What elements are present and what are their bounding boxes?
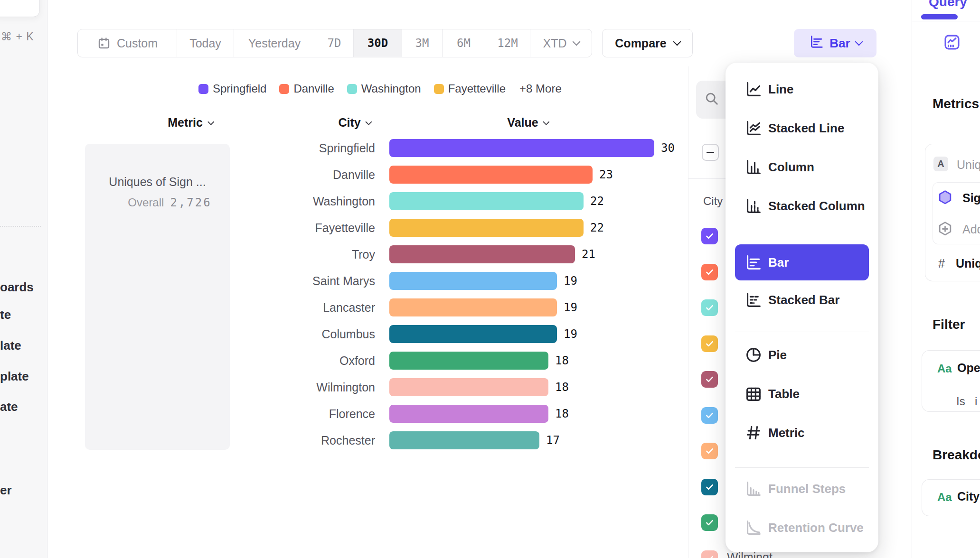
legend-label: Fayetteville [448,82,506,95]
filter-heading: Filter [933,317,965,332]
filter-type-badge: Aa [937,362,952,375]
menu-item-bar[interactable]: Bar [735,244,869,280]
date-range-7d[interactable]: 7D [315,29,354,57]
menu-item-retention-curve: Retention Curve [735,508,869,547]
bar-value-label: 21 [582,248,595,261]
bar [389,325,557,343]
bar [389,139,654,157]
compare-button[interactable]: Compare [602,29,693,57]
menu-item-label: Retention Curve [768,521,864,535]
menu-item-line[interactable]: Line [735,70,869,109]
date-range-yesterday[interactable]: Yesterday [234,29,315,57]
bar-row-lancaster: Lancaster19 [0,294,688,321]
breakdown-heading: Breakdo [933,447,980,463]
chevron-down-icon [543,118,550,125]
menu-item-label: Table [768,387,800,401]
bar-category-label: Rochester [0,434,375,447]
bar [389,431,539,449]
chart-type-button[interactable]: Bar [794,29,876,57]
series-checkbox-checked[interactable] [701,299,718,316]
date-range-label: Today [189,37,221,50]
series-checkbox-checked[interactable] [701,407,718,424]
bar-row-florence: Florence18 [0,400,688,427]
menu-item-label: Bar [768,255,789,270]
date-range-12m[interactable]: 12M [485,29,530,57]
menu-item-metric[interactable]: Metric [735,413,869,452]
legend-item-springfield[interactable]: Springfield [198,82,266,95]
chart-type-menu: LineStacked LineColumnStacked ColumnBarS… [726,63,878,552]
menu-item-column[interactable]: Column [735,148,869,186]
menu-item-stacked-bar[interactable]: Stacked Bar [735,280,869,319]
legend-item-danville[interactable]: Danville [279,82,334,95]
bar-row-springfield: Springfield30 [0,135,688,161]
date-range-segmented-control: CustomTodayYesterday7D30D3M6M12MXTD [77,29,592,57]
menu-item-table[interactable]: Table [735,374,869,413]
legend-item-washington[interactable]: Washington [347,82,421,95]
sidebar-nav-item-fragment[interactable]: er [0,483,12,498]
menu-divider [735,237,869,237]
menu-item-pie[interactable]: Pie [735,335,869,374]
series-checkbox-checked[interactable] [701,514,718,531]
series-checkbox-checked[interactable] [701,479,718,495]
filter-value-fragment: i [975,395,977,408]
bar [389,352,548,370]
select-all-checkbox-indeterminate[interactable] [702,144,719,161]
date-range-label: Yesterday [248,37,301,50]
menu-item-label: Stacked Bar [768,293,839,307]
series-checkbox-checked[interactable] [701,550,718,558]
bar-value-label: 19 [564,274,577,288]
table-chart-icon [744,384,763,403]
metric-column-header[interactable]: Metric [168,116,213,130]
search-popup-corner [0,0,40,17]
query-panel-border [912,0,912,558]
series-checkbox-checked[interactable] [701,443,718,459]
bar [389,378,548,396]
bar-category-label: Lancaster [0,301,375,315]
menu-divider [735,467,869,468]
date-range-30d[interactable]: 30D [354,29,402,57]
bar-value-label: 23 [599,168,613,181]
date-range-3m[interactable]: 3M [402,29,443,57]
legend-item-fayetteville[interactable]: Fayetteville [434,82,506,95]
menu-item-label: Column [768,160,814,175]
series-checkbox-checked[interactable] [701,228,718,244]
bar-value-label: 19 [564,301,577,314]
add-event-icon[interactable] [937,221,953,239]
menu-item-stacked-line[interactable]: Stacked Line [735,109,869,148]
bar [389,272,557,290]
bar-category-label: Springfield [0,141,375,155]
stacked-bar-chart-icon [744,290,763,309]
legend-more-button[interactable]: +8 More [519,82,562,95]
funnel-chart-icon [744,479,763,498]
menu-item-stacked-column[interactable]: Stacked Column [735,186,869,225]
value-name-fragment: Uniqu [956,257,980,270]
compare-label: Compare [615,37,666,50]
date-range-custom[interactable]: Custom [78,29,177,57]
date-range-today[interactable]: Today [177,29,234,57]
series-checkbox-checked[interactable] [701,264,718,280]
series-checkbox-checked[interactable] [701,371,718,388]
tab-query[interactable]: Query [929,0,967,9]
bar-value-label: 22 [590,221,604,234]
city-column-header[interactable]: City [338,116,371,130]
metric-name-fragment: Uniq [957,158,980,172]
series-checkbox-checked[interactable] [701,335,718,352]
metric-chart-icon [744,423,763,442]
bar-chart-icon [809,34,825,53]
bar-value-label: 17 [546,434,560,447]
date-range-label: 7D [328,37,341,50]
bar-value-label: 18 [555,354,569,367]
value-column-header[interactable]: Value [507,116,548,130]
date-range-6m[interactable]: 6M [443,29,485,57]
bar-value-label: 22 [590,195,604,208]
bar [389,192,584,210]
query-panel-divider [912,21,980,21]
filter-card[interactable] [922,350,980,412]
breakdown-property: City [957,490,980,503]
date-range-xtd[interactable]: XTD [530,29,592,57]
date-range-label: 3M [415,37,429,50]
chart-type-button-label: Bar [829,36,850,51]
city-column-label: City [338,116,360,130]
date-range-label: Custom [117,37,158,50]
add-event-fragment: Add [962,223,980,236]
